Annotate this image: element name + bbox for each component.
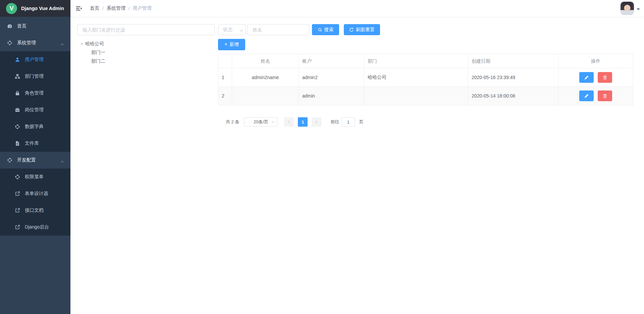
table-header-row: 姓名 账户 部门 创建日期 操作 (218, 54, 633, 68)
sidebar-item-post-management[interactable]: 岗位管理 (0, 102, 70, 118)
dashboard-icon (7, 23, 12, 29)
sidebar-item-file-library[interactable]: 文件库 (0, 135, 70, 152)
breadcrumb: 首页 / 系统管理 / 用户管理 (90, 5, 152, 11)
sidebar-menu: 首页 系统管理 用户管理 (0, 17, 70, 236)
sidebar-item-label: 部门管理 (25, 73, 44, 79)
user-icon (15, 57, 20, 62)
tree-node-dept-2[interactable]: 部门二 (77, 57, 215, 66)
breadcrumb-home[interactable]: 首页 (90, 5, 99, 11)
sidebar-item-api-docs[interactable]: 接口文档 (0, 202, 70, 219)
table-row: 1 admin2name admin2 哈哈公司 2020-05-16 23:3… (218, 68, 633, 87)
cell-account: admin (299, 87, 364, 105)
column-header-department: 部门 (364, 54, 468, 68)
page-size-select[interactable]: 20条/页 (244, 117, 277, 127)
sidebar-group-dev-config[interactable]: 开发配置 (0, 152, 70, 169)
column-header-name: 姓名 (232, 54, 299, 68)
page-number-button[interactable]: 1 (298, 117, 308, 127)
sidebar-item-home[interactable]: 首页 (0, 18, 70, 35)
table-actions: + 新增 (218, 39, 633, 50)
breadcrumb-system-management[interactable]: 系统管理 (107, 5, 125, 11)
breadcrumb-separator: / (102, 6, 104, 11)
cell-created-date: 2020-05-16 23:39:49 (468, 68, 558, 87)
column-header-actions: 操作 (558, 54, 633, 68)
table-row: 2 admin 2020-05-14 18:00:08 (218, 87, 633, 105)
tree-node-company[interactable]: 哈哈公司 (77, 40, 215, 48)
sidebar-item-label: 数据字典 (25, 124, 44, 130)
cell-department: 哈哈公司 (364, 68, 468, 87)
external-link-icon (15, 191, 20, 196)
pagination: 共 2 条 20条/页 1 前往 页 (218, 117, 633, 127)
refresh-icon (349, 27, 354, 32)
status-select-placeholder: 状态 (223, 27, 232, 33)
sidebar-item-label: 用户管理 (25, 57, 44, 63)
sidebar-item-department-management[interactable]: 部门管理 (0, 68, 70, 85)
next-page-button[interactable] (312, 117, 321, 127)
department-filter-input[interactable] (77, 24, 215, 35)
sidebar-group-label: 系统管理 (17, 40, 36, 46)
edit-button[interactable] (579, 72, 594, 83)
add-user-button[interactable]: + 新增 (218, 39, 245, 50)
column-header-created-date: 创建日期 (468, 54, 558, 68)
pagination-total: 共 2 条 (226, 119, 239, 125)
sidebar-item-django-admin[interactable]: Django后台 (0, 219, 70, 236)
sidebar-item-user-management[interactable]: 用户管理 (0, 51, 70, 68)
reset-button-label: 刷新重置 (356, 27, 375, 33)
external-link-icon (15, 225, 20, 230)
page-size-value: 20条/页 (254, 119, 268, 125)
cell-department (364, 87, 468, 105)
hamburger-icon (75, 5, 82, 12)
chevron-left-icon (288, 121, 291, 123)
user-panel: 状态 搜索 刷新重置 + 新增 (218, 24, 633, 127)
prev-page-button[interactable] (284, 117, 294, 127)
users-table: 姓名 账户 部门 创建日期 操作 1 admin2name admin2 哈哈公 (218, 54, 633, 105)
cell-created-date: 2020-05-14 18:00:08 (468, 87, 558, 105)
tree-node-label: 哈哈公司 (85, 41, 104, 47)
sidebar-group-label: 开发配置 (17, 157, 36, 163)
sidebar-item-form-designer[interactable]: 表单设计器 (0, 185, 70, 202)
name-input[interactable] (247, 24, 309, 35)
goto-page-input[interactable] (341, 117, 355, 127)
app-title: Django Vue Admin (21, 6, 64, 11)
page-content: 哈哈公司 部门一 部门二 状态 (70, 17, 644, 127)
cell-account: admin2 (299, 68, 364, 87)
search-button[interactable]: 搜索 (312, 24, 339, 35)
sidebar-item-label: 文件库 (25, 140, 39, 146)
chevron-up-icon (61, 159, 63, 165)
sidebar-item-label: Django后台 (25, 224, 49, 230)
sidebar-item-role-management[interactable]: 角色管理 (0, 85, 70, 102)
cell-name (232, 87, 299, 105)
caret-down-icon[interactable] (637, 8, 640, 12)
sidebar-item-data-dictionary[interactable]: 数据字典 (0, 118, 70, 135)
breadcrumb-current: 用户管理 (133, 5, 152, 11)
delete-button[interactable] (598, 90, 612, 101)
tree-node-dept-1[interactable]: 部门一 (77, 48, 215, 57)
component-icon (7, 158, 12, 163)
delete-icon (602, 75, 607, 80)
search-button-label: 搜索 (324, 27, 334, 33)
org-tree-icon (15, 74, 20, 79)
avatar[interactable] (621, 2, 634, 15)
status-select[interactable]: 状态 (218, 24, 246, 35)
chevron-down-icon (240, 28, 243, 32)
breadcrumb-separator: / (128, 6, 130, 11)
document-icon (15, 141, 20, 146)
sidebar-item-permission-menu[interactable]: 权限菜单 (0, 169, 70, 185)
sidebar-group-system[interactable]: 系统管理 (0, 35, 70, 51)
edit-button[interactable] (579, 90, 594, 101)
goto-label: 前往 (330, 119, 339, 125)
briefcase-icon (15, 107, 20, 113)
refresh-reset-button[interactable]: 刷新重置 (344, 24, 380, 35)
logo-link[interactable]: V Django Vue Admin (0, 0, 70, 17)
delete-button[interactable] (598, 72, 612, 83)
sidebar-collapse-toggle[interactable] (70, 0, 87, 17)
delete-icon (602, 93, 607, 99)
cell-actions (558, 87, 633, 105)
sidebar-item-label: 表单设计器 (25, 191, 48, 197)
cell-name: admin2name (232, 68, 299, 87)
tree-expand-caret-icon[interactable] (80, 43, 83, 46)
search-toolbar: 状态 搜索 刷新重置 (218, 24, 633, 35)
add-button-label: 新增 (229, 42, 239, 48)
tree-node-label: 部门二 (91, 58, 105, 64)
navbar: 首页 / 系统管理 / 用户管理 (70, 0, 644, 17)
cell-index: 1 (218, 68, 232, 87)
